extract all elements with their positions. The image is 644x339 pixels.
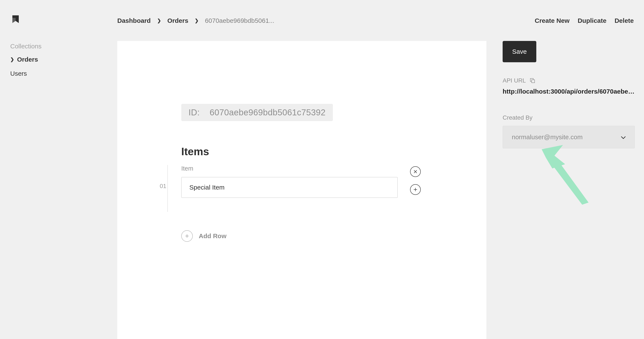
plus-icon	[413, 188, 418, 192]
close-icon	[414, 170, 417, 174]
chevron-down-icon	[621, 134, 626, 141]
chevron-right-icon: ❯	[157, 18, 161, 24]
row-index: 01	[160, 183, 166, 190]
breadcrumb: Dashboard ❯ Orders ❯ 6070aebe969bdb5061.…	[117, 17, 274, 24]
document-id-pill: ID: 6070aebe969bdb5061c75392	[181, 104, 333, 121]
annotation-arrow	[540, 143, 595, 208]
chevron-right-icon: ❯	[195, 18, 198, 24]
svg-rect-1	[532, 80, 534, 83]
api-url-value: http://localhost:3000/api/orders/6070aeb…	[502, 88, 635, 95]
items-heading: Items	[181, 146, 209, 158]
created-by-select[interactable]: normaluser@mysite.com	[502, 126, 635, 148]
item-input-value: Special Item	[189, 184, 224, 191]
item-field-label: Item	[181, 165, 193, 172]
sidebar-item-users[interactable]: Users	[10, 70, 96, 77]
add-row-inline-button[interactable]	[410, 184, 421, 195]
copy-icon[interactable]	[530, 78, 535, 83]
created-by-value: normaluser@mysite.com	[512, 134, 582, 141]
row-border	[168, 165, 168, 212]
add-row-button[interactable]: Add Row	[181, 230, 226, 242]
save-button-label: Save	[512, 48, 527, 55]
created-by-label: Created By	[502, 114, 635, 121]
sidebar-heading: Collections	[10, 43, 96, 50]
app-logo[interactable]	[10, 14, 21, 25]
sidebar-item-orders[interactable]: ❯ Orders	[10, 56, 96, 63]
breadcrumb-dashboard[interactable]: Dashboard	[117, 17, 151, 24]
sidebar-item-label: Orders	[17, 56, 38, 63]
id-label: ID:	[188, 108, 200, 117]
add-row-label: Add Row	[199, 232, 226, 240]
delete-link[interactable]: Delete	[614, 17, 634, 24]
breadcrumb-orders[interactable]: Orders	[168, 17, 188, 24]
save-button[interactable]: Save	[502, 41, 536, 62]
item-input[interactable]: Special Item	[181, 177, 398, 198]
chevron-right-icon: ❯	[10, 57, 14, 62]
breadcrumb-current: 6070aebe969bdb5061...	[205, 17, 274, 24]
remove-row-button[interactable]	[410, 166, 421, 177]
plus-icon	[185, 234, 189, 238]
duplicate-link[interactable]: Duplicate	[578, 17, 606, 24]
api-url-label: API URL	[502, 77, 526, 84]
document-card: ID: 6070aebe969bdb5061c75392 Items 01 It…	[117, 41, 486, 339]
create-new-link[interactable]: Create New	[535, 17, 570, 24]
sidebar-item-label: Users	[10, 70, 27, 77]
id-value: 6070aebe969bdb5061c75392	[210, 108, 326, 117]
